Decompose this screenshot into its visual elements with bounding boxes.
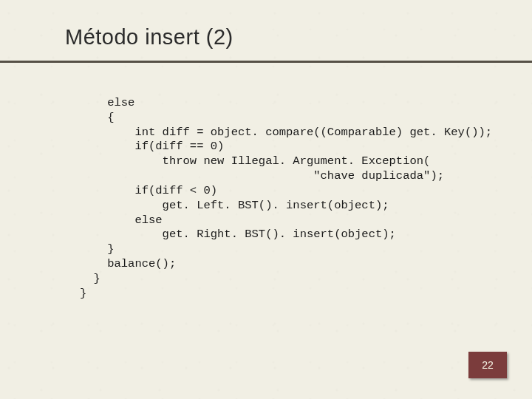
code-line: int diff = object. compare((Comparable) … [80, 126, 492, 139]
code-line: } [80, 287, 86, 300]
code-line: throw new Illegal. Argument. Exception( [80, 154, 430, 168]
code-line: balance(); [80, 257, 176, 270]
code-line: get. Left. BST(). insert(object); [80, 199, 389, 212]
slide-title: Método insert (2) [65, 25, 233, 50]
title-rule [0, 61, 532, 63]
code-line: } [80, 272, 100, 285]
page-number-badge: 22 [468, 352, 507, 378]
page-number: 22 [482, 359, 494, 371]
code-line: else [80, 96, 134, 109]
code-line: if(diff == 0) [80, 140, 224, 153]
code-block: else { int diff = object. compare((Compa… [80, 96, 492, 301]
code-line: } [80, 242, 115, 256]
code-line: else [80, 214, 163, 227]
code-line: "chave duplicada"); [80, 169, 444, 183]
code-line: get. Right. BST(). insert(object); [80, 228, 396, 241]
code-line: if(diff < 0) [80, 184, 217, 197]
code-line: { [80, 111, 115, 124]
